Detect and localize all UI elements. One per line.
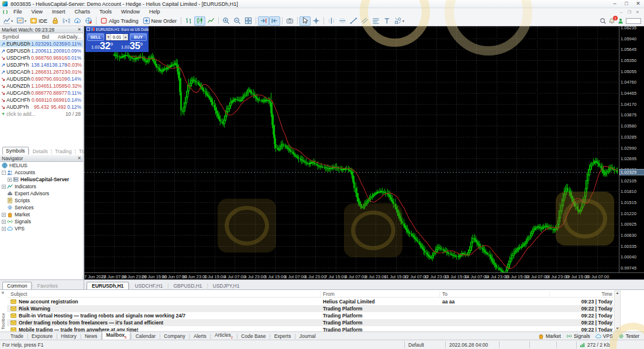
mailbox-row[interactable]: Order trading robots from freelancers — … [7, 319, 614, 326]
market-watch-tab-symbols[interactable]: Symbols [2, 147, 29, 155]
profile-cell[interactable]: Default [404, 341, 445, 348]
candles-chart-button[interactable] [194, 16, 205, 26]
navigator-tab-common[interactable]: Common [2, 282, 32, 289]
navigator-item-scripts[interactable]: Scripts [0, 197, 83, 204]
crosshair-button[interactable] [311, 16, 322, 26]
toolbox-tab-code-base[interactable]: Code Base [237, 333, 269, 340]
market-watch-add-row[interactable]: + click to add... 10 / 28 [0, 110, 83, 118]
vps-button[interactable]: VPS [595, 333, 613, 339]
notifications-icon[interactable]: 1 [608, 18, 615, 25]
navigator-item-vps[interactable]: +VPS [0, 225, 83, 232]
algo-trading-button[interactable]: Algo Trading [98, 16, 141, 26]
navigator-item-services[interactable]: Services [0, 204, 83, 211]
toolbox-tab-trade[interactable]: Trade [7, 333, 27, 340]
tree-expander-icon[interactable]: + [2, 227, 6, 231]
chart-shift-button[interactable] [269, 16, 280, 26]
price-chart[interactable] [84, 26, 619, 272]
search-icon[interactable] [600, 18, 607, 25]
metaeditor-button[interactable]: IDE [28, 16, 50, 26]
auto-scroll-button[interactable] [258, 16, 269, 26]
tile-windows-button[interactable] [243, 16, 254, 26]
mailbox-column-subject[interactable]: Subject [7, 291, 321, 297]
column-header-symbol[interactable]: Symbol [0, 34, 29, 40]
fibonacci-button[interactable] [370, 16, 381, 26]
market-watch-row[interactable]: EURUSDh1.023291.023590.11% [0, 40, 83, 47]
toolbox-tab-history[interactable]: History [57, 333, 80, 340]
market-watch-row[interactable]: USDJPYh138.148138.178-0.03% [0, 61, 83, 68]
navigator-item-signals[interactable]: +Signals [0, 218, 83, 225]
mailbox-row[interactable]: New account registrationHelius Capital L… [7, 298, 614, 305]
navigator-item-helius[interactable]: HELIUS [0, 162, 83, 169]
buy-price[interactable]: 1.02359 [117, 42, 147, 51]
zoom-out-button[interactable] [232, 16, 243, 26]
signals-button[interactable]: Signals [566, 333, 590, 339]
navigator-item-expert-advisors[interactable]: Expert Advisors [0, 190, 83, 197]
zoom-in-button[interactable] [221, 16, 232, 26]
close-icon[interactable]: ✕ [632, 0, 644, 8]
chart-window[interactable]: 1.062351.059401.056451.053501.050551.047… [84, 26, 644, 279]
toolbox-tab-articles[interactable]: Articles2 [211, 331, 236, 341]
tree-expander-icon[interactable]: + [8, 178, 12, 182]
scroll-down-icon[interactable]: ▼ [616, 327, 619, 330]
maximize-icon[interactable]: □ [621, 0, 632, 8]
mdi-close-icon[interactable]: ✕ [633, 10, 642, 15]
volume-value[interactable]: 0.01 [111, 34, 123, 40]
web-terminal-button[interactable] [83, 16, 94, 26]
toolbox-tab-news[interactable]: News [81, 333, 101, 340]
mailbox-column-from[interactable]: From [321, 291, 440, 297]
column-header-bid[interactable]: Bid [29, 34, 49, 40]
chart-profile-button[interactable]: ▾ [15, 16, 28, 26]
market-watch-row[interactable]: USDCADh1.286831.28723-0.01% [0, 68, 83, 75]
market-watch-close-icon[interactable]: ✕ [77, 27, 81, 32]
minimize-icon[interactable]: – [609, 0, 621, 8]
navigator-item-market[interactable]: +Market [0, 211, 83, 218]
cursor-button[interactable] [299, 16, 311, 26]
market-watch-row[interactable]: USDCHFh0.968760.969160.01% [0, 54, 83, 61]
chart-line-button[interactable]: ▾ [1, 16, 15, 26]
market-watch-row[interactable]: AUDUSDh0.690790.691090.14% [0, 75, 83, 82]
volume-down-icon[interactable]: ▼ [106, 34, 111, 40]
column-header-ask[interactable]: Ask [49, 34, 66, 40]
navigator-tab-favorites[interactable]: Favorites [33, 282, 62, 289]
tree-expander-icon[interactable]: + [2, 185, 6, 189]
search-input[interactable] [626, 18, 641, 24]
navigator-close-icon[interactable]: ✕ [77, 156, 81, 161]
cloud-upload-button[interactable] [72, 16, 83, 26]
toolbox-tab-experts[interactable]: Experts [271, 333, 295, 340]
chart-tab-usdchf-h1[interactable]: USDCHF,H1 [130, 282, 168, 289]
scroll-up-icon[interactable]: ▲ [616, 291, 619, 295]
chart-tab-gbpusd-h1[interactable]: GBPUSD,H1 [168, 282, 206, 289]
mdi-restore-icon[interactable]: ❐ [625, 10, 633, 15]
navigator-item-accounts[interactable]: -Accounts [0, 169, 83, 176]
toolbox-close-icon[interactable]: ✕ [1, 291, 5, 295]
toolbox-tab-alerts[interactable]: Alerts [190, 333, 210, 340]
volume-up-icon[interactable]: ▲ [123, 34, 128, 40]
mailbox-scrollbar[interactable]: ▲ ▼ [614, 291, 621, 331]
chart-tab-eurusdh-h1[interactable]: EURUSDh,H1 [87, 282, 129, 289]
bars-chart-button[interactable] [183, 16, 194, 26]
mailbox-column-time[interactable]: Time [550, 291, 614, 297]
sell-price[interactable]: 1.02329 [87, 42, 117, 51]
tree-expander-icon[interactable]: + [2, 220, 6, 224]
market-button[interactable]: Market [538, 333, 561, 339]
menu-help[interactable]: Help [144, 8, 165, 16]
market-watch-tab-details[interactable]: Details [30, 148, 51, 155]
mailbox-column-to[interactable]: To [440, 291, 550, 297]
horizontal-line-button[interactable] [337, 16, 348, 26]
toolbox-tab-exposure[interactable]: Exposure [28, 333, 56, 340]
camera-button[interactable] [284, 16, 295, 26]
navigator-item-heliuscapital-server[interactable]: +HeliusCapital-Server [0, 176, 83, 183]
user-icon[interactable] [617, 18, 624, 25]
menu-charts[interactable]: Charts [70, 8, 95, 16]
line-chart-button[interactable] [205, 16, 216, 26]
market-watch-row[interactable]: AUDCHFh0.669110.669910.14% [0, 96, 83, 103]
toolbox-tab-calendar[interactable]: Calendar [132, 333, 160, 340]
menu-insert[interactable]: Insert [47, 8, 70, 16]
channel-button[interactable] [359, 16, 370, 26]
toolbox-tab-journal[interactable]: Journal [296, 333, 319, 340]
toolbox-tab-company[interactable]: Company [160, 333, 188, 340]
broadcast-button[interactable] [61, 16, 72, 26]
menu-window[interactable]: Window [116, 8, 144, 16]
menu-view[interactable]: View [27, 8, 47, 16]
vertical-line-button[interactable] [326, 16, 337, 26]
